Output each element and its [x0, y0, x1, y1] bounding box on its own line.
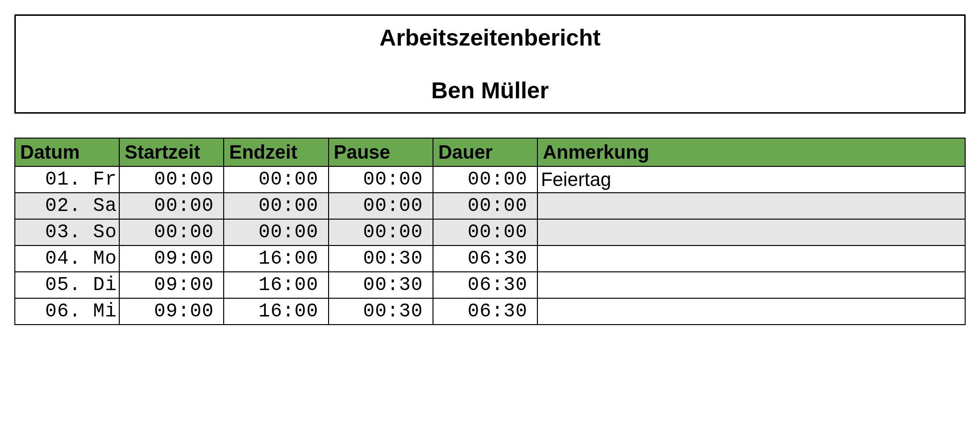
- cell-anmerkung: [537, 245, 965, 272]
- cell-dauer: 00:00: [433, 219, 537, 245]
- cell-startzeit: 00:00: [119, 193, 224, 219]
- cell-startzeit: 00:00: [119, 219, 224, 245]
- cell-endzeit: 00:00: [224, 166, 328, 193]
- cell-dauer: 06:30: [433, 272, 537, 298]
- col-header-datum: Datum: [15, 138, 119, 166]
- cell-startzeit: 09:00: [119, 272, 224, 298]
- cell-dauer: 06:30: [433, 298, 537, 325]
- employee-name: Ben Müller: [21, 77, 959, 104]
- cell-datum: 04. Mo: [15, 245, 119, 272]
- cell-datum: 02. Sa: [15, 193, 119, 219]
- cell-anmerkung: [537, 219, 965, 245]
- cell-pause: 00:00: [329, 166, 433, 193]
- cell-datum: 01. Fr: [15, 166, 119, 193]
- cell-datum: 03. So: [15, 219, 119, 245]
- col-header-pause: Pause: [329, 138, 433, 166]
- table-header-row: Datum Startzeit Endzeit Pause Dauer Anme…: [15, 138, 965, 166]
- table-row: 02. Sa00:0000:0000:0000:00: [15, 193, 965, 219]
- table-row: 04. Mo09:0016:0000:3006:30: [15, 245, 965, 272]
- report-title: Arbeitszeitenbericht: [21, 24, 959, 51]
- table-row: 05. Di09:0016:0000:3006:30: [15, 272, 965, 298]
- cell-anmerkung: [537, 298, 965, 325]
- cell-pause: 00:30: [329, 272, 433, 298]
- cell-endzeit: 00:00: [224, 193, 328, 219]
- col-header-startzeit: Startzeit: [119, 138, 224, 166]
- cell-anmerkung: Feiertag: [537, 166, 965, 193]
- cell-startzeit: 09:00: [119, 245, 224, 272]
- cell-pause: 00:30: [329, 298, 433, 325]
- col-header-endzeit: Endzeit: [224, 138, 328, 166]
- table-row: 01. Fr00:0000:0000:0000:00Feiertag: [15, 166, 965, 193]
- report-header: Arbeitszeitenbericht Ben Müller: [14, 14, 966, 114]
- cell-pause: 00:00: [329, 219, 433, 245]
- cell-dauer: 06:30: [433, 245, 537, 272]
- table-row: 03. So00:0000:0000:0000:00: [15, 219, 965, 245]
- table-row: 06. Mi09:0016:0000:3006:30: [15, 298, 965, 325]
- cell-endzeit: 16:00: [224, 298, 328, 325]
- timesheet-table: Datum Startzeit Endzeit Pause Dauer Anme…: [14, 138, 966, 325]
- cell-anmerkung: [537, 193, 965, 219]
- cell-endzeit: 16:00: [224, 272, 328, 298]
- cell-endzeit: 00:00: [224, 219, 328, 245]
- cell-datum: 06. Mi: [15, 298, 119, 325]
- cell-pause: 00:00: [329, 193, 433, 219]
- cell-startzeit: 09:00: [119, 298, 224, 325]
- col-header-dauer: Dauer: [433, 138, 537, 166]
- cell-anmerkung: [537, 272, 965, 298]
- col-header-anmerkung: Anmerkung: [537, 138, 965, 166]
- cell-pause: 00:30: [329, 245, 433, 272]
- cell-startzeit: 00:00: [119, 166, 224, 193]
- cell-endzeit: 16:00: [224, 245, 328, 272]
- cell-datum: 05. Di: [15, 272, 119, 298]
- cell-dauer: 00:00: [433, 193, 537, 219]
- cell-dauer: 00:00: [433, 166, 537, 193]
